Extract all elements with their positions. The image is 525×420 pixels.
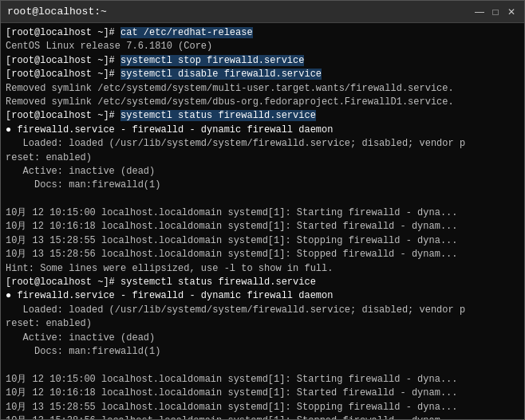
terminal-line: 10月 13 15:28:56 localhost.localdomain sy…	[6, 248, 519, 261]
terminal-line: Docs: man:firewalld(1)	[6, 179, 519, 192]
terminal-body[interactable]: [root@localhost ~]# cat /etc/redhat-rele…	[1, 23, 524, 419]
maximize-button[interactable]: □	[489, 6, 502, 18]
terminal-line: [root@localhost ~]# systemctl status fir…	[6, 276, 519, 289]
terminal-line: Loaded: loaded (/usr/lib/systemd/system/…	[6, 137, 519, 151]
terminal-line: [root@localhost ~]# systemctl disable fi…	[6, 68, 519, 81]
terminal-line: ● firewalld.service - firewalld - dynami…	[6, 124, 519, 137]
terminal-line: ● firewalld.service - firewalld - dynami…	[6, 289, 519, 303]
terminal-line: 10月 12 10:16:18 localhost.localdomain sy…	[6, 387, 519, 400]
terminal-line: 10月 12 10:16:18 localhost.localdomain sy…	[6, 220, 519, 234]
terminal-line: reset: enabled)	[6, 317, 519, 331]
terminal-line: 10月 12 10:15:00 localhost.localdomain sy…	[6, 206, 519, 220]
terminal-line: reset: enabled)	[6, 151, 519, 165]
terminal-line	[6, 359, 519, 372]
terminal-window: root@localhost:~ — □ ✕ [root@localhost ~…	[0, 0, 525, 420]
terminal-line: 10月 13 15:28:55 localhost.localdomain sy…	[6, 234, 519, 248]
terminal-line: Loaded: loaded (/usr/lib/systemd/system/…	[6, 304, 519, 317]
window-controls: — □ ✕	[473, 6, 518, 18]
terminal-line: 10月 13 15:28:55 localhost.localdomain sy…	[6, 401, 519, 414]
close-button[interactable]: ✕	[505, 6, 518, 18]
terminal-line: [root@localhost ~]# systemctl stop firew…	[6, 54, 519, 68]
titlebar: root@localhost:~ — □ ✕	[1, 1, 524, 23]
terminal-line: CentOS Linux release 7.6.1810 (Core)	[6, 40, 519, 53]
terminal-line: Removed symlink /etc/systemd/system/mult…	[6, 82, 519, 96]
terminal-line: Removed symlink /etc/systemd/system/dbus…	[6, 96, 519, 109]
terminal-line	[6, 193, 519, 206]
terminal-line: Hint: Some lines were ellipsized, use -l…	[6, 262, 519, 276]
terminal-line: 10月 12 10:15:00 localhost.localdomain sy…	[6, 373, 519, 387]
terminal-line: [root@localhost ~]# systemctl status fir…	[6, 109, 519, 123]
terminal-line: Active: inactive (dead)	[6, 332, 519, 345]
terminal-line: 10月 13 15:28:56 localhost.localdomain sy…	[6, 414, 519, 419]
terminal-line: Docs: man:firewalld(1)	[6, 345, 519, 359]
terminal-line: Active: inactive (dead)	[6, 165, 519, 179]
terminal-line: [root@localhost ~]# cat /etc/redhat-rele…	[6, 26, 519, 40]
window-title: root@localhost:~	[7, 6, 107, 18]
minimize-button[interactable]: —	[473, 6, 486, 18]
